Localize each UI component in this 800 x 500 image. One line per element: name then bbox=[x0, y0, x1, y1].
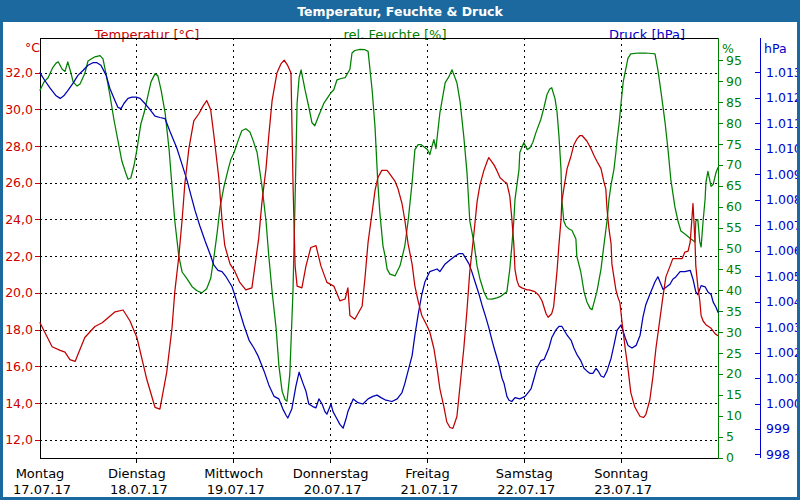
humidity-tick-label: 60 bbox=[726, 199, 742, 214]
day-name-label: Dienstag bbox=[108, 466, 166, 481]
pressure-tick-label: 998 bbox=[766, 447, 790, 462]
chart-canvas: 32,030,028,026,024,022,020,018,016,014,0… bbox=[0, 0, 800, 500]
chart-layer: Temperatur, Feuchte & Druck Temperatur [… bbox=[0, 0, 800, 500]
pressure-tick-label: 1.011 bbox=[766, 116, 800, 131]
temperature-tick-label: 20,0 bbox=[5, 285, 33, 300]
pressure-tick-label: 1.013 bbox=[766, 65, 800, 80]
humidity-series-line bbox=[40, 49, 718, 401]
temperature-tick-label: 22,0 bbox=[5, 249, 33, 264]
temperature-tick-label: 14,0 bbox=[5, 396, 33, 411]
day-name-label: Sonntag bbox=[594, 466, 648, 481]
humidity-tick-label: 80 bbox=[726, 116, 742, 131]
pressure-tick-label: 999 bbox=[766, 421, 790, 436]
temperature-tick-label: 32,0 bbox=[5, 65, 33, 80]
humidity-tick-label: 30 bbox=[726, 325, 742, 340]
day-name-label: Donnerstag bbox=[293, 466, 369, 481]
humidity-tick-label: 85 bbox=[726, 95, 742, 110]
temperature-tick-label: 24,0 bbox=[5, 212, 33, 227]
humidity-tick-label: 15 bbox=[726, 387, 742, 402]
day-date-label: 23.07.17 bbox=[594, 482, 652, 497]
pressure-tick-label: 1.009 bbox=[766, 167, 800, 182]
humidity-tick-label: 65 bbox=[726, 178, 742, 193]
temperature-tick-label: 28,0 bbox=[5, 139, 33, 154]
day-name-label: Mittwoch bbox=[204, 466, 263, 481]
humidity-tick-label: 5 bbox=[726, 429, 734, 444]
pressure-tick-label: 1.007 bbox=[766, 218, 800, 233]
pressure-tick-label: 1.001 bbox=[766, 371, 800, 386]
pressure-tick-label: 1.004 bbox=[766, 294, 800, 309]
pressure-tick-label: 1.012 bbox=[766, 90, 800, 105]
humidity-tick-label: 45 bbox=[726, 262, 742, 277]
day-date-label: 19.07.17 bbox=[207, 482, 265, 497]
temperature-tick-label: 18,0 bbox=[5, 322, 33, 337]
pressure-series-line bbox=[40, 63, 718, 429]
humidity-tick-label: 10 bbox=[726, 408, 742, 423]
humidity-tick-label: 35 bbox=[726, 304, 742, 319]
pressure-tick-label: 1.000 bbox=[766, 396, 800, 411]
temperature-tick-label: 30,0 bbox=[5, 102, 33, 117]
humidity-tick-label: 25 bbox=[726, 346, 742, 361]
day-date-label: 17.07.17 bbox=[13, 482, 71, 497]
day-name-label: Samstag bbox=[496, 466, 553, 481]
temperature-series-line bbox=[40, 60, 718, 428]
day-date-label: 18.07.17 bbox=[110, 482, 168, 497]
humidity-tick-label: 75 bbox=[726, 137, 742, 152]
humidity-tick-label: 20 bbox=[726, 366, 742, 381]
day-date-label: 22.07.17 bbox=[497, 482, 555, 497]
day-name-label: Montag bbox=[16, 466, 65, 481]
pressure-tick-label: 1.005 bbox=[766, 269, 800, 284]
day-date-label: 20.07.17 bbox=[304, 482, 362, 497]
humidity-tick-label: 40 bbox=[726, 283, 742, 298]
pressure-tick-label: 1.003 bbox=[766, 320, 800, 335]
humidity-tick-label: 90 bbox=[726, 74, 742, 89]
temperature-tick-label: 16,0 bbox=[5, 359, 33, 374]
humidity-tick-label: 95 bbox=[726, 53, 742, 68]
humidity-tick-label: 0 bbox=[726, 450, 734, 465]
pressure-tick-label: 1.002 bbox=[766, 345, 800, 360]
pressure-tick-label: 1.010 bbox=[766, 141, 800, 156]
humidity-tick-label: 50 bbox=[726, 241, 742, 256]
app-window: Temperatur, Feuchte & Druck Temperatur [… bbox=[0, 0, 800, 500]
temperature-tick-label: 12,0 bbox=[5, 432, 33, 447]
humidity-tick-label: 55 bbox=[726, 220, 742, 235]
day-date-label: 21.07.17 bbox=[400, 482, 458, 497]
pressure-tick-label: 1.008 bbox=[766, 192, 800, 207]
pressure-tick-label: 1.006 bbox=[766, 243, 800, 258]
day-name-label: Freitag bbox=[405, 466, 450, 481]
temperature-tick-label: 26,0 bbox=[5, 175, 33, 190]
humidity-tick-label: 70 bbox=[726, 157, 742, 172]
